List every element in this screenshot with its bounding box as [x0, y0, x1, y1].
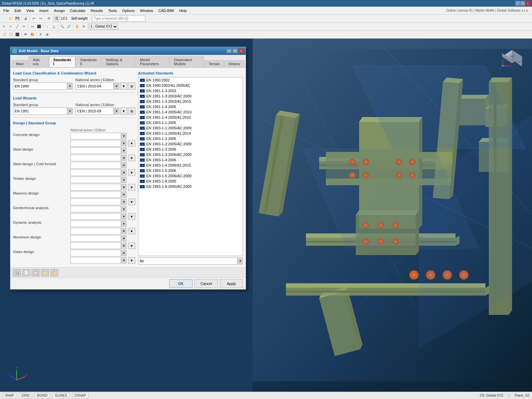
tb-save[interactable]: 💾 [14, 15, 21, 22]
national-annex-select[interactable]: CEN | 2010-04 [75, 82, 119, 90]
tab-standards-i[interactable]: Standards I [49, 56, 75, 67]
steel-cold-natann-select[interactable] [70, 169, 127, 176]
standard-item-13[interactable]: ★ EN 1993-1-3:2006 [138, 147, 243, 152]
steel-design-select[interactable] [70, 147, 127, 154]
dialog-maximize-btn[interactable]: □ [232, 49, 238, 53]
aluminum-filter-btn[interactable]: ▼ [128, 242, 135, 249]
menu-insert[interactable]: Insert [37, 8, 51, 13]
tb-member[interactable]: ═ [21, 23, 27, 30]
menu-calculate[interactable]: Calculate [67, 8, 88, 13]
app-minimize-btn[interactable]: − [515, 1, 520, 6]
tb-view-3d[interactable]: ⬛ [14, 31, 21, 38]
standard-item-3[interactable]: ★ EN 1991-1-3:2003/AC:2009 [138, 93, 243, 99]
toolbar-icon-copy[interactable]: 📋 [32, 269, 40, 276]
standard-item-5[interactable]: ★ EN 1991-1-4:2005 [138, 104, 243, 109]
standard-item-4[interactable]: ★ EN 1991-1-3:2003/A1:2015 [138, 99, 243, 104]
dynamic-natann-select[interactable] [70, 228, 127, 234]
tab-standards-ii[interactable]: Standards II [76, 56, 101, 67]
menu-results[interactable]: Results [88, 8, 106, 13]
dialog-close-btn[interactable]: × [238, 49, 244, 53]
tab-addons[interactable]: Add-ons [29, 56, 49, 67]
dialog-minimize-btn[interactable]: − [226, 49, 232, 53]
tb-select[interactable]: ↖ [1, 23, 7, 30]
tb-support[interactable]: △ [51, 23, 57, 30]
geo-natann-select[interactable] [70, 213, 127, 220]
concrete-natann-select[interactable] [70, 140, 127, 147]
tb-pan[interactable]: ✋ [74, 23, 80, 30]
tb-rotate[interactable]: ↻ [80, 23, 87, 30]
status-grid[interactable]: GRID [19, 393, 32, 398]
tb-print[interactable]: 🖨 [22, 15, 29, 22]
tb-view-front[interactable]: ⬜ [1, 31, 7, 38]
tb-render[interactable]: 🎨 [29, 31, 36, 38]
lw-filter-btn[interactable]: ▼ [120, 107, 127, 115]
masonry-design-select[interactable] [70, 191, 127, 198]
tab-model-parameters[interactable]: Model Parameters [136, 56, 169, 67]
dynamic-filter-btn[interactable]: ▼ [128, 228, 135, 234]
cancel-button[interactable]: Cancel [195, 279, 218, 288]
menu-options[interactable]: Options [119, 8, 137, 13]
tab-terrain[interactable]: Terrain [204, 60, 224, 67]
nav-cube[interactable]: TOP FRONT LEFT X Y Z [499, 43, 525, 70]
standard-item-9[interactable]: ★ EN 1993-1-1:2005/AC:2009 [138, 125, 243, 131]
standard-item-17[interactable]: ★ EN 1993-1-5:2006 [138, 168, 243, 173]
toolbar-icon-export[interactable]: 📄 [22, 269, 30, 276]
dynamic-design-select[interactable] [70, 220, 127, 227]
status-bgrid[interactable]: BGRID [35, 393, 50, 398]
menu-view[interactable]: View [24, 8, 37, 13]
keyword-search[interactable] [92, 16, 145, 22]
lcc-extra-btn[interactable]: ⊞ [128, 82, 135, 90]
timber-natann-select[interactable] [70, 184, 127, 191]
timber-filter-btn[interactable]: ▼ [128, 184, 135, 191]
tb-zoom-in[interactable]: 🔍 [59, 23, 66, 30]
tb-refresh[interactable]: ⟳ [46, 15, 52, 22]
standards-filter-select[interactable]: All [138, 257, 243, 265]
standard-item-18[interactable]: ★ EN 1993-1-5:2006/AC:2009 [138, 173, 243, 179]
glass-design-select[interactable] [70, 250, 127, 256]
app-close-btn[interactable]: × [525, 1, 530, 6]
geo-filter-btn[interactable]: ▼ [128, 213, 135, 220]
standard-item-1[interactable]: ★ EN 1990:2002/A1:2005/AC [138, 83, 243, 88]
standard-item-15[interactable]: ★ EN 1993-1-4:2006 [138, 157, 243, 163]
status-osnap[interactable]: OSNAP [72, 393, 88, 398]
toolbar-icon-search[interactable]: 🔍 [13, 269, 21, 276]
aluminum-natann-select[interactable] [70, 242, 127, 249]
status-snap[interactable]: SNAP [3, 393, 16, 398]
menu-window[interactable]: Window [137, 8, 156, 13]
app-maximize-btn[interactable]: □ [520, 1, 525, 6]
menu-file[interactable]: File [1, 8, 12, 13]
aluminum-design-select[interactable] [70, 235, 127, 242]
tb-line[interactable]: ╱ [14, 23, 21, 30]
tb-open[interactable]: 📁 [7, 15, 14, 22]
tb-zoom-out[interactable]: 🔎 [66, 23, 72, 30]
ok-button[interactable]: OK [169, 279, 193, 288]
menu-cad-bim[interactable]: CAD-BIM [156, 8, 176, 13]
menu-help[interactable]: Help [177, 8, 190, 13]
timber-design-select[interactable] [70, 177, 127, 183]
toolbar-icon-open-folder[interactable]: 📁 [41, 269, 49, 276]
standard-item-11[interactable]: ★ EN 1993-1-2:2005 [138, 136, 243, 141]
standard-group-select[interactable]: EN 1990 [13, 82, 73, 90]
lw-standard-group-select[interactable]: EN 1991 [13, 107, 73, 115]
geo-design-select[interactable] [70, 206, 127, 212]
standard-item-7[interactable]: ★ EN 1991-1-4:2005/A1:2010 [138, 115, 243, 120]
steel-cold-select[interactable] [70, 162, 127, 169]
tb-snap[interactable]: ⊕ [44, 31, 51, 38]
tb-display[interactable]: 👁 [22, 31, 29, 38]
cs-dropdown[interactable]: 1 - Global XYZ [89, 24, 118, 30]
tb-load[interactable]: ↓ [44, 23, 51, 30]
glass-edition-select[interactable] [70, 257, 127, 264]
tb-grid[interactable]: # [37, 31, 44, 38]
standard-item-14[interactable]: ★ EN 1993-1-3:2006/AC:2009 [138, 152, 243, 157]
tb-surface[interactable]: ▭ [29, 23, 36, 30]
standard-item-8[interactable]: ★ EN 1993-1-1:2005 [138, 120, 243, 125]
standard-item-19[interactable]: ★ EN 1993-1-8:2005 [138, 179, 243, 184]
masonry-natann-select[interactable] [70, 199, 127, 205]
toolbar-icon-save-folder[interactable]: 📂 [50, 269, 58, 276]
standard-item-2[interactable]: ★ EN 1991-1-3:2003 [138, 88, 243, 93]
standard-item-10[interactable]: ★ EN 1993-1-1:2005/A1:2014 [138, 131, 243, 136]
steel-cold-filter-btn[interactable]: ▼ [128, 169, 135, 176]
standards-list[interactable]: ★ EN 1990:2002 ★ EN 1990:2002/A1:2005/AC… [138, 77, 243, 256]
lw-national-annex-select[interactable]: CEN | 2015-09 [75, 107, 119, 115]
tb-new[interactable]: 📄 [1, 15, 7, 22]
